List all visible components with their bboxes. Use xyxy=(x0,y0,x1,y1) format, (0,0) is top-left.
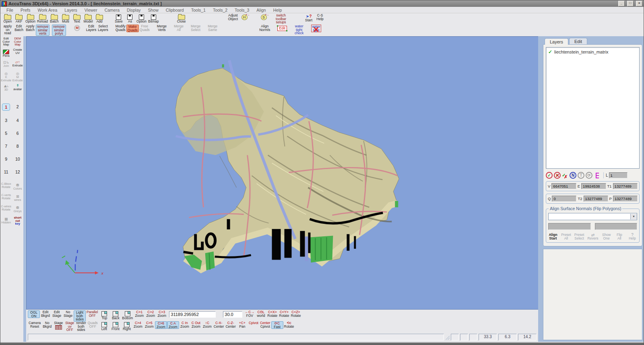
tab-layers[interactable]: Layers xyxy=(545,38,568,45)
apply-on-read-button[interactable]: apply on read xyxy=(2,25,13,35)
align-layer-select[interactable]: ▼ xyxy=(548,213,637,220)
water-tight-check-button[interactable]: water tight check xyxy=(293,25,305,35)
add-button[interactable]: Add xyxy=(94,14,105,23)
render-both-sides-button[interactable]: render both sides xyxy=(75,321,87,332)
save-option-button[interactable]: Option xyxy=(136,14,147,23)
edit-layers-button[interactable]: Edit Layers xyxy=(85,25,97,31)
camera-rotate-x-button[interactable]: C<X> Rotate xyxy=(266,310,278,317)
fov-angle-input[interactable]: 30.0 xyxy=(223,311,242,318)
camera-zoom-6-toggle[interactable]: C>6 Zoom xyxy=(155,321,167,329)
view-right-button[interactable]: Right xyxy=(121,321,132,331)
open-option-button[interactable]: Option xyxy=(25,14,36,23)
restore-button[interactable]: □ xyxy=(627,1,634,6)
normals-button[interactable]: N xyxy=(570,172,576,179)
minimize-button[interactable]: _ xyxy=(618,1,625,6)
textures-button[interactable]: T xyxy=(578,172,584,179)
layer-list-item[interactable]: ✓ liechtenstein_terrain_matrix xyxy=(546,48,639,56)
tab-edit[interactable]: Edit xyxy=(569,38,587,44)
chevron-down-icon[interactable]: ▼ xyxy=(630,214,637,219)
avatar-button[interactable]: ↟avatar xyxy=(12,83,24,93)
save-button[interactable]: Save xyxy=(113,14,124,23)
toggle-checks-button[interactable]: ✓✗ xyxy=(562,173,568,178)
menu-tools3[interactable]: Tools_3 xyxy=(231,8,253,12)
align-start-button[interactable]: Align Start xyxy=(548,233,558,240)
layer-6-button[interactable]: 6 xyxy=(12,130,24,136)
edit-color-map-button[interactable]: Edit Color Map xyxy=(0,37,12,47)
layer-5-button[interactable]: 5 xyxy=(0,130,12,136)
modify-quads-button[interactable]: Modify Quads xyxy=(115,25,126,31)
menu-help[interactable]: Help xyxy=(270,8,286,12)
camera-pan-button[interactable]: +C+ Pan xyxy=(237,321,248,328)
menu-viewer[interactable]: Viewer xyxy=(81,8,101,12)
camera-zoom-in-button[interactable]: C In Zoom xyxy=(179,321,190,328)
remove-similar-polys-toggle[interactable]: remove similar polys xyxy=(52,25,66,36)
edit-batch-button[interactable]: Edit Batch xyxy=(13,25,25,31)
adjust-object-button[interactable]: Adjust Object xyxy=(227,14,239,21)
camera-zoom-out-button[interactable]: C Out Zoom xyxy=(190,321,202,328)
reload-button[interactable]: Reload xyxy=(36,14,49,23)
pens-button[interactable]: Pens xyxy=(0,48,12,58)
stage-button[interactable]: Stage xyxy=(53,321,64,330)
camera-center-x-button[interactable]: C-X- Center xyxy=(213,321,225,328)
no-bkgrd-button[interactable]: No Bkgrd xyxy=(41,321,53,328)
remove-similar-verts-toggle[interactable]: remove similar verts xyxy=(36,25,50,36)
camera-zoom-3-button[interactable]: C>3 Zoom xyxy=(156,310,167,317)
camera-zoom-all-toggle[interactable]: C A Zoom xyxy=(167,321,179,329)
layer-9-button[interactable]: 9 xyxy=(0,156,12,162)
camera-zoom-vertical-button[interactable]: ↕C Zoom xyxy=(202,321,213,328)
menu-show[interactable]: Show xyxy=(144,8,162,12)
uncheck-all-button[interactable]: ✓ xyxy=(554,172,561,179)
make-quads-toggle[interactable]: Make Quads xyxy=(126,25,139,32)
menu-work-area[interactable]: Work Area xyxy=(34,8,61,12)
viewport-3d[interactable]: x xyxy=(26,36,538,310)
camera-zoom-5-button[interactable]: C>5 Zoom xyxy=(144,321,155,328)
text-button[interactable]: Text xyxy=(71,14,83,23)
check-all-button[interactable]: ✓ xyxy=(546,172,553,179)
save-as-button[interactable]: As xyxy=(124,14,136,23)
layer-1-button[interactable]: 1 xyxy=(2,103,10,111)
cs-help-button[interactable]: C-S Help xyxy=(314,14,326,21)
bitmap-button[interactable]: Bitmap xyxy=(147,14,159,23)
camera-world-button[interactable]: CΘL world xyxy=(255,310,266,317)
layer-2-button[interactable]: 2 xyxy=(12,103,24,111)
dem-color-map-button[interactable]: DEM Color Map xyxy=(12,37,24,47)
apply-batch-button[interactable]: Apply Batch xyxy=(25,25,36,31)
view-top-button[interactable]: Top xyxy=(99,310,110,320)
switch-toolbar-setups-button[interactable]: switch toolbar setups xyxy=(275,14,287,24)
camera-center-z-button[interactable]: C-Z- Center xyxy=(225,321,237,328)
layer-7-button[interactable]: 7 xyxy=(0,143,12,149)
layer-12-button[interactable]: 12 xyxy=(12,169,24,175)
menu-clipboard[interactable]: Clipboard xyxy=(162,8,188,12)
menu-layers[interactable]: Layers xyxy=(61,8,81,12)
open-button[interactable]: Open xyxy=(2,14,13,23)
resize-grip[interactable] xyxy=(445,335,450,340)
bulb-m-button[interactable]: M xyxy=(72,25,83,31)
start-help-button[interactable]: ➤?Start xyxy=(303,14,314,22)
camera-fast-toggle[interactable]: ⟳C Fast xyxy=(271,321,283,329)
view-front-button[interactable]: Front xyxy=(110,321,121,331)
camera-pivot-button[interactable]: Cpivot xyxy=(248,321,259,325)
edit-stage-button[interactable]: Edit Stage xyxy=(51,310,62,317)
camera-zoom-2-button[interactable]: C>2 Zoom xyxy=(145,310,156,317)
layer-4-button[interactable]: 4 xyxy=(12,117,24,124)
ogl-on-toggle[interactable]: OGL ON xyxy=(28,310,40,318)
view-back-button[interactable]: Back xyxy=(110,310,121,320)
camera-rotate-y-button[interactable]: C<Y> Rotate xyxy=(278,310,290,317)
camera-reset-button[interactable]: Camera Reset xyxy=(28,321,41,328)
merge-verts-button[interactable]: Merge Verts xyxy=(156,25,167,31)
edit-mode-button[interactable]: Edit xyxy=(277,25,288,31)
camera-zoom-1-button[interactable]: C>1 Zoom xyxy=(134,310,145,317)
create-uv-button[interactable]: Create UV xyxy=(12,48,24,58)
menu-tools1[interactable]: Tools_1 xyxy=(188,8,209,12)
multi-button[interactable]: Multi xyxy=(60,14,71,23)
menu-align[interactable]: Align xyxy=(253,8,269,12)
no-stage-button[interactable]: No Stage xyxy=(62,310,74,317)
menu-display[interactable]: Display xyxy=(123,8,144,12)
adjust-h-button[interactable]: H xyxy=(239,14,250,20)
close-button[interactable]: × xyxy=(636,1,642,6)
center-pivot-button[interactable]: Center Cpivot xyxy=(259,321,271,328)
adjust-s-button[interactable]: S xyxy=(258,14,269,20)
view-bottom-button[interactable]: Bottom xyxy=(121,310,134,320)
camera-rotate-z-button[interactable]: C<Z> Rotate xyxy=(290,310,301,317)
camera-rotate-button[interactable]: ⟲c Rotate xyxy=(283,321,295,328)
